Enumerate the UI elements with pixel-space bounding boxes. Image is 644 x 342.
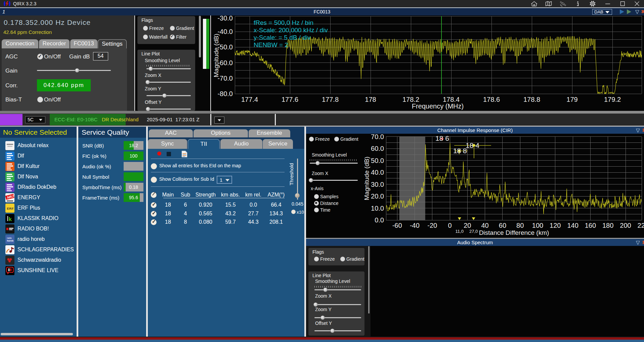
status-dropdown[interactable] xyxy=(214,117,224,124)
gain-slider-track[interactable] xyxy=(37,70,111,71)
tii-tab-service[interactable]: Service xyxy=(263,139,293,149)
collapse-panel-icon[interactable]: ▽ xyxy=(636,127,640,133)
maximize-icon[interactable] xyxy=(618,1,627,7)
audio-offset-y-slider-thumb[interactable] xyxy=(330,329,335,333)
tii-top-tab-options[interactable]: Options xyxy=(194,129,248,137)
tick-label: 179.2 xyxy=(604,96,621,103)
threshold-slider-thumb[interactable] xyxy=(295,193,300,198)
spec-flag-freeze-radio[interactable] xyxy=(143,26,148,31)
info-icon[interactable] xyxy=(574,1,582,7)
spec-zoom-x-slider-track[interactable] xyxy=(146,82,191,83)
audio-zoom-y-slider-thumb[interactable] xyxy=(320,315,325,320)
close-panel-icon[interactable]: ✖ xyxy=(642,127,644,133)
close-icon[interactable] xyxy=(633,1,641,7)
row-check[interactable]: ✓ xyxy=(151,202,157,208)
service-item[interactable]: ERFERF Plus xyxy=(0,203,77,213)
audio-flag-freeze-radio[interactable] xyxy=(314,257,319,261)
device-tab-recorder[interactable]: Recorder xyxy=(39,39,70,48)
cir-smoothing-slider-thumb[interactable] xyxy=(315,161,320,165)
cir-xaxis-time-radio[interactable] xyxy=(314,208,319,212)
cir-flag-freeze-radio[interactable] xyxy=(309,137,314,141)
spectrum-controls-scrollbar[interactable] xyxy=(199,16,201,57)
spec-flag-filter-radio[interactable]: ✓ xyxy=(170,35,175,39)
show-collisions-checkbox[interactable] xyxy=(151,177,157,183)
cir-flag-gradient-radio[interactable] xyxy=(334,137,339,141)
spec-flag-gradient-radio[interactable] xyxy=(170,26,175,31)
home-icon[interactable] xyxy=(530,1,538,7)
rect xyxy=(7,188,11,189)
spec-zoom-y-slider-thumb[interactable] xyxy=(162,93,167,98)
audio-flag-gradient-radio[interactable] xyxy=(340,257,345,261)
settings-icon[interactable] xyxy=(589,1,597,7)
service-item[interactable]: NRJENERGY xyxy=(0,193,77,203)
audio-scrollbar[interactable] xyxy=(368,246,370,313)
service-item[interactable]: Absolut relax xyxy=(0,140,77,151)
service-item[interactable]: Dlf Kultur xyxy=(0,161,77,172)
minimize-icon[interactable] xyxy=(604,1,612,7)
play-green-button[interactable] xyxy=(627,9,631,14)
svg: ERF xyxy=(5,204,14,213)
table-header-check[interactable] xyxy=(151,192,157,198)
agc-checkbox[interactable]: ✓ xyxy=(37,54,43,59)
horizontal-scrollbar-track[interactable] xyxy=(0,111,211,114)
service-item[interactable]: Dlf xyxy=(0,151,77,161)
collapse-panel-icon[interactable]: ▽ xyxy=(635,9,639,15)
service-item[interactable]: Dlf Nova xyxy=(0,172,77,182)
gain-db-input[interactable]: 54 xyxy=(93,52,108,60)
service-name: SUNSHINE LIVE xyxy=(17,267,58,273)
tii-top-tab-aac[interactable]: AAC xyxy=(149,129,193,137)
horizontal-scrollbar-thumb[interactable] xyxy=(211,111,644,114)
bias-checkbox[interactable] xyxy=(37,97,43,102)
report-icon[interactable] xyxy=(181,151,187,158)
spec-zoom-x-slider-thumb[interactable] xyxy=(145,80,150,84)
audio-zoom-x-slider-thumb[interactable] xyxy=(313,302,318,307)
device-tab-connection[interactable]: Connection xyxy=(2,39,38,48)
mode-select[interactable]: DAB xyxy=(592,9,612,15)
gain-slider-thumb[interactable] xyxy=(75,68,79,73)
record-button[interactable] xyxy=(157,152,161,156)
tii-tab-sync[interactable]: Sync xyxy=(148,139,187,149)
spec-offset-y-slider-track[interactable] xyxy=(146,109,191,110)
tii-tab-tii[interactable]: TII xyxy=(188,139,220,149)
tick-label: -30.0 xyxy=(217,15,233,22)
collapse-panel-icon[interactable]: ▽ xyxy=(636,240,640,246)
cir-xaxis-samples-radio[interactable] xyxy=(314,194,319,199)
service-item[interactable]: kKLASSIK RADIO xyxy=(0,213,77,224)
show-map-checkbox[interactable] xyxy=(151,163,157,169)
play-blue-button[interactable] xyxy=(620,9,624,14)
map-icon[interactable] xyxy=(545,1,553,7)
spec-smoothing-level-slider-thumb[interactable] xyxy=(148,67,153,71)
stop-button[interactable] xyxy=(167,152,171,156)
service-item[interactable]: Schwarzwaldradio xyxy=(0,255,77,265)
satellite-icon[interactable] xyxy=(559,1,567,7)
audio-offset-y-slider-track[interactable] xyxy=(314,330,361,331)
device-tab-fc0013[interactable]: FC0013 xyxy=(70,39,97,48)
cir-xaxis-distance-radio[interactable] xyxy=(314,201,319,206)
channel-select[interactable]: 5C xyxy=(25,116,45,123)
audio-smoothing-level-slider-track[interactable] xyxy=(314,289,361,290)
tii-top-tab-ensemble[interactable]: Ensemble xyxy=(249,129,290,137)
audio-smoothing-level-slider-thumb[interactable] xyxy=(323,288,328,292)
spec-zoom-y-slider-track[interactable] xyxy=(146,95,191,96)
x10-radio[interactable] xyxy=(291,210,296,214)
quality-label: Null Symbol xyxy=(82,174,109,180)
service-item[interactable]: RADIO BOB! xyxy=(0,224,77,234)
subid-select[interactable]: 1 xyxy=(217,176,232,184)
spec-flag-waterfall-radio[interactable] xyxy=(143,35,148,39)
row-check[interactable]: ✓ xyxy=(151,219,157,225)
service-list-scrollbar[interactable] xyxy=(1,333,73,335)
cir-zoom-x-slider-track[interactable] xyxy=(310,180,358,181)
row-check[interactable]: ✓ xyxy=(151,211,157,217)
service-item[interactable]: SCHLAGERPARADIES xyxy=(0,245,77,255)
cir-zoom-x-slider-thumb[interactable] xyxy=(309,178,313,182)
service-item[interactable]: radiohorebradio horeb xyxy=(0,234,77,245)
service-item[interactable]: SUNSHINE LIVE xyxy=(0,265,77,276)
audio-zoom-x-slider-track[interactable] xyxy=(314,304,361,305)
service-item[interactable]: DRadio DokDeb xyxy=(0,182,77,193)
spec-smoothing-level-slider-track[interactable] xyxy=(146,68,191,69)
close-panel-icon[interactable]: ✖ xyxy=(642,240,644,246)
tii-tab-audio[interactable]: Audio xyxy=(220,139,262,149)
quality-value: 0.18 xyxy=(124,184,143,190)
device-tab-settings[interactable]: Settings xyxy=(98,39,127,48)
close-panel-icon[interactable]: ✖ xyxy=(641,9,644,15)
